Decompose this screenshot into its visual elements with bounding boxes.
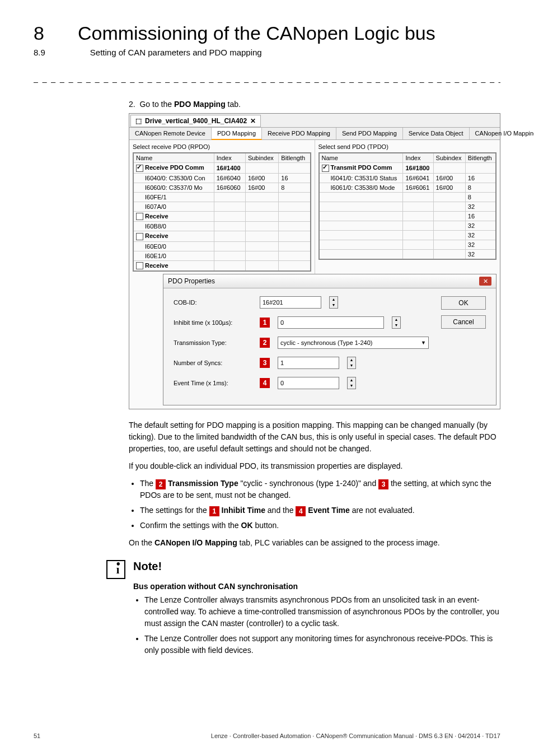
spinner-icon[interactable]: ▲▼: [329, 296, 338, 309]
tab-service-data[interactable]: Service Data Object: [403, 128, 470, 139]
table-row[interactable]: I60E0/0: [133, 241, 311, 251]
paragraph: The default setting for PDO mapping is a…: [129, 419, 500, 455]
cob-id-input[interactable]: [260, 296, 321, 309]
dialog-title: PDO Properties: [168, 277, 215, 285]
chapter-number: 8: [34, 22, 44, 44]
cob-id-label: COB-ID:: [174, 299, 252, 306]
list-item: Confirm the settings with the OK button.: [140, 520, 500, 531]
info-icon: ı: [106, 560, 125, 579]
divider: _ _ _ _ _ _ _ _ _ _ _ _ _ _ _ _ _ _ _ _ …: [34, 74, 500, 83]
list-item: The Lenze Controller does not support an…: [144, 633, 500, 656]
spinner-icon[interactable]: ▲▼: [347, 377, 356, 389]
event-time-input[interactable]: [278, 377, 339, 389]
event-time-label: Event Time (x 1ms):: [174, 380, 252, 386]
checkbox-icon[interactable]: [136, 233, 143, 240]
note-title: Note!: [133, 560, 500, 573]
checkbox-icon[interactable]: [136, 213, 143, 220]
paragraph: If you double-click an individual PDO, i…: [129, 460, 500, 472]
ok-button[interactable]: OK: [441, 296, 486, 310]
trans-type-label: Transmission Type:: [174, 339, 252, 346]
table-row: 16: [319, 211, 496, 221]
note-subtitle: Bus operation without CAN synchronisatio…: [133, 582, 500, 591]
syncs-label: Number of Syncs:: [174, 360, 252, 366]
tab-send-pdo[interactable]: Send PDO Mapping: [336, 128, 403, 139]
list-item: The Lenze Controller always transmits as…: [144, 594, 500, 629]
list-item: The 2 Transmission Type "cyclic - synchr…: [140, 478, 500, 501]
table-row: 32: [319, 202, 496, 211]
checkbox-icon[interactable]: [136, 262, 143, 269]
spinner-icon[interactable]: ▲▼: [347, 357, 356, 369]
table-row[interactable]: I60B8/0: [133, 222, 311, 231]
tab-pdo-mapping[interactable]: PDO Mapping: [212, 128, 262, 140]
table-row[interactable]: I60E1/0: [133, 251, 311, 260]
table-row: 32: [319, 249, 496, 259]
tab-canopen-remote[interactable]: CANopen Remote Device: [129, 128, 212, 139]
callout-1: 1: [260, 318, 270, 328]
callout-2: 2: [260, 338, 270, 348]
syncs-input[interactable]: [278, 357, 339, 369]
table-row: 32: [319, 230, 496, 240]
close-icon[interactable]: ✕: [479, 277, 491, 286]
callout-4: 4: [260, 378, 270, 388]
pdo-properties-dialog: PDO Properties ✕ OK Cancel COB-ID: ▲▼ In…: [163, 274, 496, 405]
table-row[interactable]: Receive: [133, 231, 311, 242]
inhibit-input[interactable]: [278, 316, 384, 329]
table-row[interactable]: I6040/0: C3530/0 Con16#604016#0016: [133, 173, 311, 183]
table-row[interactable]: I60FE/1: [133, 192, 311, 202]
paragraph: On the CANopen I/O Mapping tab, PLC vari…: [129, 537, 500, 549]
table-row: 32: [319, 221, 496, 230]
rpdo-table: NameIndexSubindexBitlength Receive PDO C…: [133, 152, 311, 272]
table-row[interactable]: I607A/0: [133, 202, 311, 211]
chevron-down-icon: ▼: [421, 340, 426, 346]
screenshot-window: ⬚ Drive_vertical_9400_HL_CIA402 ✕ CANope…: [129, 113, 500, 409]
rpdo-label: Select receive PDO (RPDO): [133, 143, 311, 150]
list-item: The settings for the 1 Inhibit Time and …: [140, 505, 500, 516]
table-row[interactable]: Receive: [133, 211, 311, 222]
tpdo-table: NameIndexSubindexBitlength Transmit PDO …: [318, 152, 497, 260]
section-title: Setting of CAN parameters and PDO mappin…: [90, 48, 262, 57]
doc-icon: ⬚: [135, 117, 142, 125]
callout-3: 3: [260, 358, 270, 368]
table-row[interactable]: I6061/0: C3538/0 Mode16#606116#008: [319, 183, 496, 192]
chapter-title: Commissioning of the CANopen Logic bus: [78, 22, 435, 44]
section-number: 8.9: [34, 48, 45, 57]
trans-type-select[interactable]: cyclic - synchronous (Type 1-240)▼: [278, 337, 429, 349]
document-tab[interactable]: ⬚ Drive_vertical_9400_HL_CIA402 ✕: [130, 115, 261, 127]
table-row: 32: [319, 240, 496, 249]
spinner-icon[interactable]: ▲▼: [392, 316, 401, 329]
table-row[interactable]: Transmit PDO Comm16#1800: [319, 163, 496, 174]
cancel-button[interactable]: Cancel: [441, 315, 486, 329]
table-row[interactable]: I6060/0: C3537/0 Mo16#606016#008: [133, 183, 311, 192]
table-row[interactable]: Receive PDO Comm16#1400: [133, 163, 311, 174]
table-row: 8: [319, 192, 496, 202]
table-row[interactable]: I6041/0: C3531/0 Status16#604116#0016: [319, 173, 496, 183]
close-icon[interactable]: ✕: [250, 117, 256, 125]
checkbox-icon[interactable]: [136, 165, 143, 172]
tab-receive-pdo[interactable]: Receive PDO Mapping: [262, 128, 336, 139]
table-row[interactable]: Receive: [133, 260, 311, 271]
step-2: 2. Go to the PDO Mapping tab.: [129, 100, 500, 109]
inhibit-label: Inhibit time (x 100µs):: [174, 319, 252, 326]
tpdo-label: Select send PDO (TPDO): [318, 143, 497, 150]
checkbox-icon[interactable]: [322, 165, 329, 172]
tab-io-mapping[interactable]: CANopen I/O Mapping: [470, 128, 534, 139]
